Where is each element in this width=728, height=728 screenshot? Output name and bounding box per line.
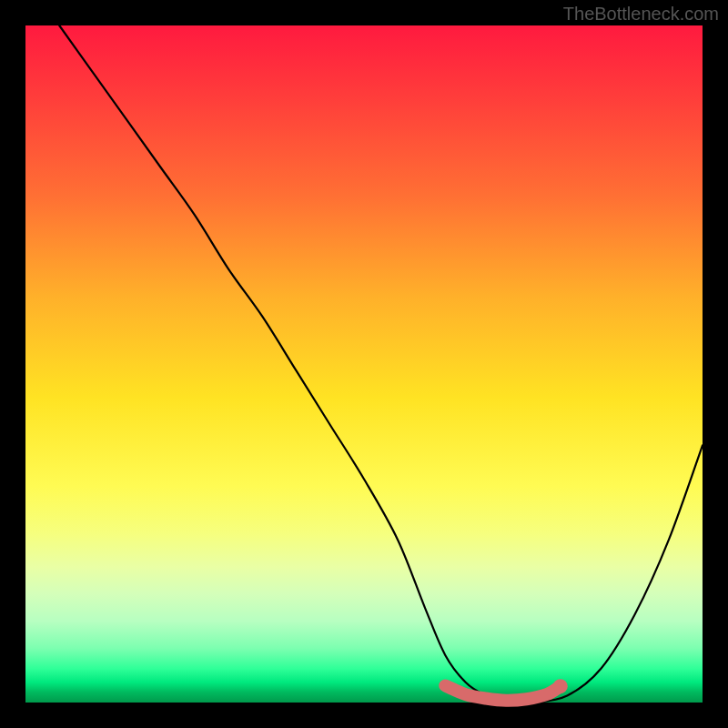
watermark-text: TheBottleneck.com (563, 4, 719, 25)
optimal-range-end-dot (553, 679, 568, 693)
plot-area (25, 25, 703, 703)
curve-svg (25, 25, 703, 703)
optimal-range-highlight (445, 685, 560, 700)
chart-container: TheBottleneck.com (0, 0, 728, 728)
bottleneck-curve (59, 25, 703, 703)
